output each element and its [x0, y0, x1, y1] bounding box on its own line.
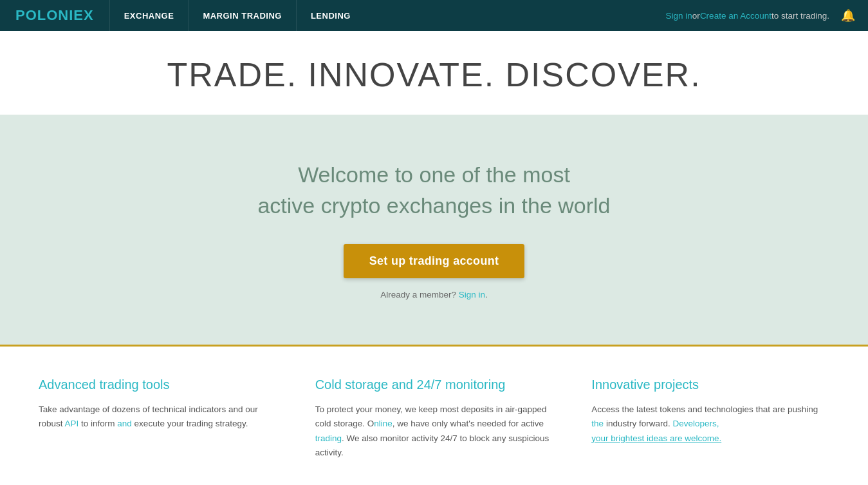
feature-innovative-projects-title: Innovative projects [591, 377, 829, 392]
hero-headline-section: TRADE. INNOVATE. DISCOVER. [0, 31, 868, 115]
and-link[interactable]: and [117, 419, 132, 428]
the-link[interactable]: the [591, 419, 604, 428]
feature-cold-storage-title: Cold storage and 24/7 monitoring [315, 377, 553, 392]
main-headline: TRADE. INNOVATE. DISCOVER. [13, 55, 855, 94]
online-link[interactable]: nline [374, 419, 392, 428]
trading-link[interactable]: trading [315, 433, 342, 443]
hero-section: Welcome to one of the most active crypto… [0, 115, 868, 347]
nav-right: Sign in or Create an Account to start tr… [666, 8, 868, 23]
nav-suffix-text: to start trading. [771, 11, 829, 21]
brightest-ideas-link[interactable]: your brightest ideas are welcome. [591, 433, 721, 443]
nav-or-text: or [692, 11, 700, 21]
nav-exchange[interactable]: EXCHANGE [109, 0, 189, 31]
feature-trading-tools: Advanced trading tools Take advantage of… [39, 377, 277, 460]
notification-bell-icon[interactable]: 🔔 [841, 8, 855, 23]
features-section: Advanced trading tools Take advantage of… [0, 347, 868, 485]
create-account-link-nav[interactable]: Create an Account [700, 11, 771, 21]
logo[interactable]: POLONIEX [0, 0, 109, 31]
setup-trading-account-button[interactable]: Set up trading account [344, 244, 525, 278]
feature-innovative-projects-desc: Access the latest tokens and technologie… [591, 403, 829, 446]
nav-links: EXCHANGE MARGIN TRADING LENDING [109, 0, 365, 31]
hero-subheading: Welcome to one of the most active crypto… [13, 160, 855, 221]
feature-trading-tools-title: Advanced trading tools [39, 377, 277, 392]
feature-cold-storage: Cold storage and 24/7 monitoring To prot… [315, 377, 553, 460]
signin-link-hero[interactable]: Sign in [459, 290, 485, 300]
logo-text: POLONIEX [15, 7, 94, 24]
nav-margin-trading[interactable]: MARGIN TRADING [188, 0, 296, 31]
already-member-text: Already a member? Sign in. [13, 290, 855, 300]
nav-lending[interactable]: LENDING [296, 0, 365, 31]
api-link[interactable]: API [65, 419, 79, 428]
feature-trading-tools-desc: Take advantage of dozens of technical in… [39, 403, 277, 432]
navbar: POLONIEX EXCHANGE MARGIN TRADING LENDING… [0, 0, 868, 31]
developers-link[interactable]: Developers, [672, 419, 719, 428]
feature-innovative-projects: Innovative projects Access the latest to… [591, 377, 829, 460]
signin-link-nav[interactable]: Sign in [666, 11, 692, 21]
feature-cold-storage-desc: To protect your money, we keep most depo… [315, 403, 553, 460]
